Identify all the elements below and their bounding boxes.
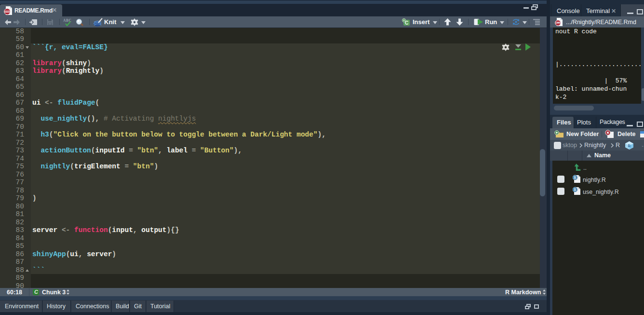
svg-text:Rmd: Rmd — [5, 10, 10, 13]
svg-text:R: R — [574, 188, 577, 192]
svg-text:R: R — [574, 176, 577, 180]
svg-text:R: R — [628, 144, 631, 148]
svg-text:Rmd: Rmd — [556, 22, 561, 24]
